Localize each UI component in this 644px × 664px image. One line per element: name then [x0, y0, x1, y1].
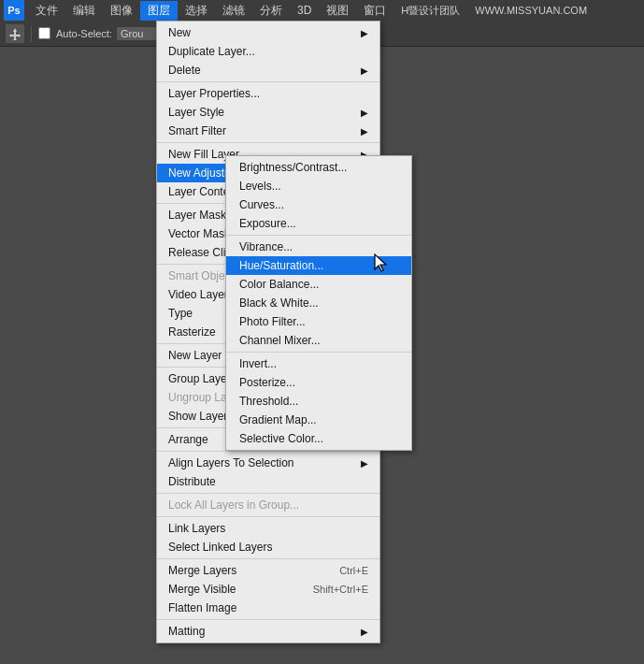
- menu-3d[interactable]: 3D: [290, 2, 319, 19]
- menu-item-lock-all: Lock All Layers in Group...: [157, 496, 379, 514]
- layer-style-arrow: ▶: [361, 108, 368, 118]
- menu-window[interactable]: 窗口: [356, 1, 394, 21]
- submenu-black-white[interactable]: Black & White...: [226, 294, 411, 312]
- ps-logo: Ps: [4, 0, 24, 21]
- sep8: [157, 451, 379, 452]
- submenu-hue-sat[interactable]: Hue/Saturation...: [226, 256, 411, 275]
- menu-item-merge-layers[interactable]: Merge Layers Ctrl+E: [157, 561, 379, 580]
- menu-item-matting[interactable]: Matting ▶: [157, 622, 379, 641]
- submenu-gradient-map[interactable]: Gradient Map...: [226, 411, 411, 429]
- menu-item-layer-style[interactable]: Layer Style ▶: [157, 103, 379, 122]
- menu-file[interactable]: 文件: [28, 1, 65, 21]
- menu-edit[interactable]: 编辑: [65, 1, 103, 21]
- menu-item-new[interactable]: New ▶: [157, 23, 379, 42]
- adj-submenu-wrapper: Brightness/Contrast... Levels... Curves.…: [225, 155, 412, 451]
- menu-analysis[interactable]: 分析: [252, 1, 290, 21]
- submenu-threshold[interactable]: Threshold...: [226, 392, 411, 411]
- menu-item-distribute[interactable]: Distribute: [157, 472, 379, 491]
- menu-image[interactable]: 图像: [103, 1, 140, 21]
- matting-arrow: ▶: [361, 627, 368, 637]
- sep11: [157, 558, 379, 559]
- sep2: [157, 142, 379, 143]
- submenu-vibrance[interactable]: Vibrance...: [226, 238, 411, 256]
- submenu-selective-color[interactable]: Selective Color...: [226, 429, 411, 448]
- submenu-posterize[interactable]: Posterize...: [226, 373, 411, 392]
- menu-item-flatten[interactable]: Flatten Image: [157, 599, 379, 617]
- menu-item-duplicate[interactable]: Duplicate Layer...: [157, 42, 379, 61]
- menu-item-delete[interactable]: Delete ▶: [157, 61, 379, 79]
- auto-select-checkbox[interactable]: [38, 27, 50, 39]
- menu-view[interactable]: 视图: [319, 1, 356, 21]
- sep12: [157, 619, 379, 620]
- submenu-color-balance[interactable]: Color Balance...: [226, 275, 411, 294]
- submenu-channel-mixer[interactable]: Channel Mixer...: [226, 331, 411, 350]
- submenu-photo-filter[interactable]: Photo Filter...: [226, 312, 411, 331]
- menu-help2[interactable]: WWW.MISSYUAN.COM: [467, 3, 594, 18]
- submenu-curves[interactable]: Curves...: [226, 195, 411, 214]
- adj-submenu: Brightness/Contrast... Levels... Curves.…: [225, 155, 412, 451]
- adj-sep2: [226, 352, 411, 353]
- menu-item-align[interactable]: Align Layers To Selection ▶: [157, 454, 379, 472]
- svg-marker-0: [9, 28, 21, 40]
- move-tool-icon[interactable]: [6, 24, 24, 43]
- menu-layer[interactable]: 图层: [140, 1, 178, 21]
- toolbar-separator: [31, 25, 32, 42]
- sep9: [157, 493, 379, 494]
- adj-sep1: [226, 235, 411, 236]
- sep10: [157, 516, 379, 517]
- align-arrow: ▶: [361, 458, 368, 469]
- submenu-exposure[interactable]: Exposure...: [226, 214, 411, 233]
- submenu-invert[interactable]: Invert...: [226, 354, 411, 373]
- smart-filter-arrow: ▶: [361, 126, 368, 137]
- menu-item-merge-visible[interactable]: Merge Visible Shift+Ctrl+E: [157, 580, 379, 599]
- submenu-arrow: ▶: [361, 28, 368, 38]
- menu-item-link-layers[interactable]: Link Layers: [157, 519, 379, 538]
- delete-arrow: ▶: [361, 65, 368, 76]
- menu-select[interactable]: 选择: [178, 1, 215, 21]
- auto-select-label: Auto-Select:: [56, 28, 112, 39]
- sep1: [157, 81, 379, 82]
- menu-bar: Ps 文件 编辑 图像 图层 选择 滤镜 分析 3D 视图 窗口 H暨设计团队 …: [0, 0, 644, 21]
- submenu-levels[interactable]: Levels...: [226, 177, 411, 195]
- menu-item-smart-filter[interactable]: Smart Filter ▶: [157, 122, 379, 140]
- submenu-brightness[interactable]: Brightness/Contrast...: [226, 158, 411, 177]
- menu-item-select-linked[interactable]: Select Linked Layers: [157, 538, 379, 556]
- menu-item-layer-props[interactable]: Layer Properties...: [157, 84, 379, 103]
- menu-filter[interactable]: 滤镜: [215, 1, 252, 21]
- menu-help1[interactable]: H暨设计团队: [394, 2, 467, 20]
